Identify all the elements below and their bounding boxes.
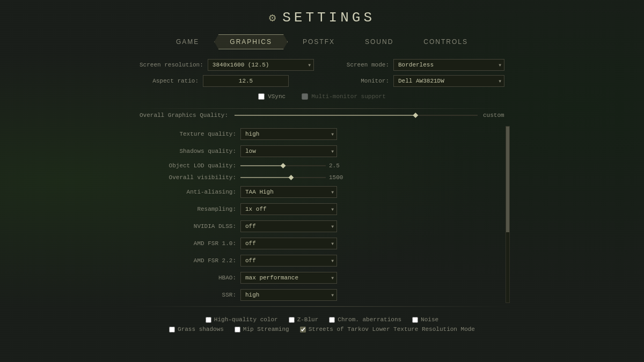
top-settings: Screen resolution: 3840x1600 (12.5) Scre…	[134, 59, 510, 87]
tab-postfx[interactable]: POSTFX	[288, 35, 350, 49]
fsr2-label: AMD FSR 2.2:	[134, 257, 236, 264]
tarkov-texture-item: Streets of Tarkov Lower Texture Resoluti…	[300, 326, 475, 333]
hbao-row: HBAO: offlowmediumhighmax performance	[134, 270, 501, 286]
graphics-settings-wrapper: Texture quality: lowmediumhighultra Shad…	[134, 126, 510, 303]
fsr2-row: AMD FSR 2.2: offultra qualityqualitybala…	[134, 253, 501, 269]
visibility-slider-container: 1500	[240, 174, 348, 181]
fsr1-select[interactable]: offultra qualityqualitybalancedperforman…	[240, 238, 337, 249]
noise-item: Noise	[412, 316, 438, 323]
shadows-quality-select[interactable]: lowmediumhighultra	[240, 145, 337, 157]
scrollbar[interactable]	[506, 126, 510, 303]
tarkov-texture-label: Streets of Tarkov Lower Texture Resoluti…	[309, 326, 475, 333]
aspect-ratio-label: Aspect ratio:	[140, 78, 199, 84]
mip-streaming-checkbox[interactable]	[235, 327, 240, 333]
nav-tabs: GAME GRAPHICS POSTFX SOUND CONTROLS	[161, 34, 483, 49]
zblur-checkbox[interactable]	[289, 317, 295, 323]
chrom-label: Chrom. aberrations	[338, 316, 401, 323]
dlss-select[interactable]: offonqualityperformance	[240, 220, 337, 232]
texture-quality-row: Texture quality: lowmediumhighultra	[134, 126, 501, 142]
lod-slider-container: 2.5	[240, 162, 348, 169]
mip-streaming-item: Mip Streaming	[235, 326, 289, 333]
bottom-cb-row2: Grass shadows Mip Streaming Streets of T…	[169, 326, 475, 333]
tab-sound[interactable]: SOUND	[350, 35, 408, 49]
graphics-settings: Texture quality: lowmediumhighultra Shad…	[134, 126, 510, 303]
dlss-row: NVIDIA DLSS: offonqualityperformance	[134, 218, 501, 234]
visibility-slider[interactable]	[240, 177, 326, 178]
monitor-label: Monitor:	[330, 78, 389, 84]
monitor-select-wrapper: Dell AW3821DW	[393, 75, 504, 87]
scrollbar-thumb	[506, 127, 509, 232]
chrom-item: Chrom. aberrations	[329, 316, 401, 323]
tab-graphics[interactable]: GRAPHICS	[214, 34, 288, 49]
shadows-quality-row: Shadows quality: lowmediumhighultra	[134, 143, 501, 159]
grass-shadows-label: Grass shadows	[178, 326, 224, 333]
ssr-select[interactable]: offlowmediumhigh	[240, 289, 337, 301]
resolution-label: Screen resolution:	[140, 62, 203, 68]
lod-value: 2.5	[329, 162, 348, 169]
shadows-quality-control: lowmediumhighultra	[240, 145, 337, 157]
chrom-checkbox[interactable]	[329, 317, 335, 323]
screen-mode-label: Screen mode:	[330, 62, 389, 68]
ssr-control: offlowmediumhigh	[240, 289, 337, 301]
fsr1-control: offultra qualityqualitybalancedperforman…	[240, 238, 337, 249]
resampling-row: Resampling: 1x off2x4x	[134, 201, 501, 217]
vsync-item: VSync	[258, 93, 286, 100]
visibility-value: 1500	[329, 174, 348, 181]
quality-slider-container: custom	[235, 112, 504, 119]
antialiasing-control: offTAA LowTAA HighFXAA	[240, 186, 337, 198]
tab-controls[interactable]: CONTROLS	[408, 35, 483, 49]
antialiasing-label: Anti-aliasing:	[134, 189, 236, 195]
header: ⚙ SETTINGS	[269, 10, 375, 26]
lod-slider[interactable]	[240, 165, 326, 166]
bottom-cb-row1: High-quality color Z-Blur Chrom. aberrat…	[206, 316, 438, 323]
multimonitor-item: Multi-monitor support	[302, 93, 386, 100]
zblur-item: Z-Blur	[289, 316, 319, 323]
resampling-select[interactable]: 1x off2x4x	[240, 203, 337, 215]
monitor-row: Monitor: Dell AW3821DW	[330, 75, 504, 87]
lod-quality-row: Object LOD quality: 2.5	[134, 160, 501, 171]
visibility-row: Overall visibility: 1500	[134, 172, 501, 183]
screen-mode-select-wrapper: Borderless Fullscreen Windowed	[393, 59, 504, 71]
dlss-control: offonqualityperformance	[240, 220, 337, 232]
hq-color-item: High-quality color	[206, 316, 278, 323]
resolution-select[interactable]: 3840x1600 (12.5)	[208, 59, 314, 71]
grass-shadows-item: Grass shadows	[169, 326, 224, 333]
hbao-select[interactable]: offlowmediumhighmax performance	[240, 272, 337, 284]
noise-checkbox[interactable]	[412, 317, 418, 323]
hq-color-checkbox[interactable]	[206, 317, 211, 323]
resampling-control: 1x off2x4x	[240, 203, 337, 215]
vsync-checkbox[interactable]	[258, 93, 265, 100]
ssr-label: SSR:	[134, 292, 236, 298]
screen-mode-select[interactable]: Borderless Fullscreen Windowed	[393, 59, 504, 71]
resampling-label: Resampling:	[134, 206, 236, 212]
fsr2-control: offultra qualityqualitybalancedperforman…	[240, 255, 337, 267]
fsr2-select[interactable]: offultra qualityqualitybalancedperforman…	[240, 255, 337, 267]
tarkov-texture-checkbox[interactable]	[300, 327, 306, 333]
settings-container: ⚙ SETTINGS GAME GRAPHICS POSTFX SOUND CO…	[0, 0, 644, 362]
fsr1-row: AMD FSR 1.0: offultra qualityqualitybala…	[134, 235, 501, 252]
shadows-quality-label: Shadows quality:	[134, 148, 236, 154]
hbao-label: HBAO:	[134, 275, 236, 281]
multimonitor-checkbox[interactable]	[302, 93, 308, 100]
quality-label: Overall Graphics Quality:	[140, 112, 228, 119]
aspect-ratio-input[interactable]	[203, 75, 289, 87]
bottom-checkboxes: High-quality color Z-Blur Chrom. aberrat…	[169, 316, 475, 333]
tab-game[interactable]: GAME	[161, 35, 214, 49]
quality-value: custom	[483, 112, 504, 119]
hq-color-label: High-quality color	[214, 316, 278, 323]
quality-slider[interactable]	[235, 115, 478, 116]
resolution-select-wrapper: 3840x1600 (12.5)	[208, 59, 314, 71]
antialiasing-select[interactable]: offTAA LowTAA HighFXAA	[240, 186, 337, 198]
page-title: SETTINGS	[282, 10, 375, 26]
quality-row: Overall Graphics Quality: custom	[134, 112, 510, 119]
texture-quality-select[interactable]: lowmediumhighultra	[240, 128, 337, 140]
grass-shadows-checkbox[interactable]	[169, 327, 175, 333]
hbao-control: offlowmediumhighmax performance	[240, 272, 337, 284]
system-checkboxes: VSync Multi-monitor support	[134, 93, 510, 100]
dlss-label: NVIDIA DLSS:	[134, 223, 236, 230]
antialiasing-row: Anti-aliasing: offTAA LowTAA HighFXAA	[134, 184, 501, 200]
mip-streaming-label: Mip Streaming	[243, 326, 289, 333]
monitor-select[interactable]: Dell AW3821DW	[393, 75, 504, 87]
gear-icon: ⚙	[269, 11, 276, 25]
resolution-row: Screen resolution: 3840x1600 (12.5)	[140, 59, 314, 71]
